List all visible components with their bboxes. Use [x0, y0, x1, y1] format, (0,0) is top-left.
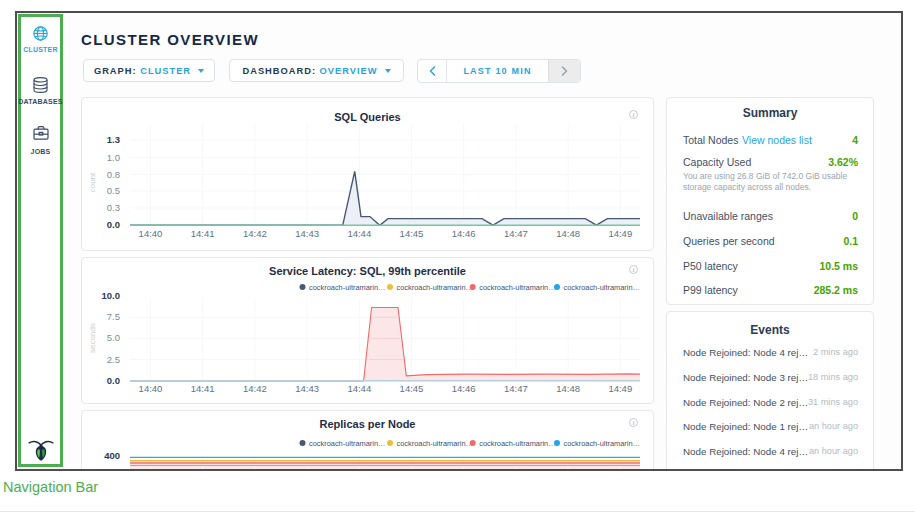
svg-text:1.3: 1.3: [107, 134, 120, 145]
svg-text:1.0: 1.0: [107, 152, 120, 163]
svg-text:0.5: 0.5: [107, 185, 120, 196]
svg-text:14:48: 14:48: [556, 383, 580, 394]
svg-text:cockroach-ultramarin…: cockroach-ultramarin…: [479, 283, 555, 292]
svg-text:10.0: 10.0: [102, 290, 121, 301]
svg-text:14:43: 14:43: [295, 228, 319, 239]
svg-text:cockroach-ultramarin…: cockroach-ultramarin…: [309, 439, 385, 448]
svg-text:14:40: 14:40: [139, 383, 163, 394]
svg-text:14:47: 14:47: [504, 383, 528, 394]
svg-text:0.8: 0.8: [107, 169, 120, 180]
svg-text:14:40: 14:40: [139, 228, 163, 239]
svg-text:7.5: 7.5: [107, 311, 120, 322]
svg-text:14:46: 14:46: [452, 383, 476, 394]
svg-text:14:46: 14:46: [452, 228, 476, 239]
svg-text:14:49: 14:49: [608, 383, 632, 394]
svg-text:14:47: 14:47: [504, 228, 528, 239]
svg-text:0.0: 0.0: [107, 219, 120, 230]
svg-text:400: 400: [104, 450, 120, 461]
svg-text:14:44: 14:44: [347, 228, 371, 239]
svg-text:14:48: 14:48: [556, 228, 580, 239]
svg-text:14:45: 14:45: [400, 228, 424, 239]
svg-text:14:42: 14:42: [243, 228, 267, 239]
svg-text:cockroach-ultramarin…: cockroach-ultramarin…: [397, 439, 473, 448]
svg-text:cockroach-ultramarin…: cockroach-ultramarin…: [479, 439, 555, 448]
svg-text:2.5: 2.5: [107, 354, 120, 365]
svg-text:cockroach-ultramarin…: cockroach-ultramarin…: [397, 283, 473, 292]
svg-text:14:45: 14:45: [400, 383, 424, 394]
svg-text:0.3: 0.3: [107, 202, 120, 213]
svg-text:14:41: 14:41: [191, 228, 215, 239]
svg-text:14:44: 14:44: [347, 383, 371, 394]
svg-text:14:42: 14:42: [243, 383, 267, 394]
svg-text:count: count: [88, 172, 97, 192]
svg-text:cockroach-ultramarin…: cockroach-ultramarin…: [564, 283, 640, 292]
svg-text:14:43: 14:43: [295, 383, 319, 394]
svg-text:14:41: 14:41: [191, 383, 215, 394]
svg-text:seconds: seconds: [88, 323, 97, 353]
svg-text:14:49: 14:49: [608, 228, 632, 239]
svg-text:5.0: 5.0: [107, 332, 120, 343]
svg-text:0.0: 0.0: [107, 375, 120, 386]
svg-text:cockroach-ultramarin…: cockroach-ultramarin…: [564, 439, 640, 448]
svg-text:cockroach-ultramarin…: cockroach-ultramarin…: [309, 283, 385, 292]
